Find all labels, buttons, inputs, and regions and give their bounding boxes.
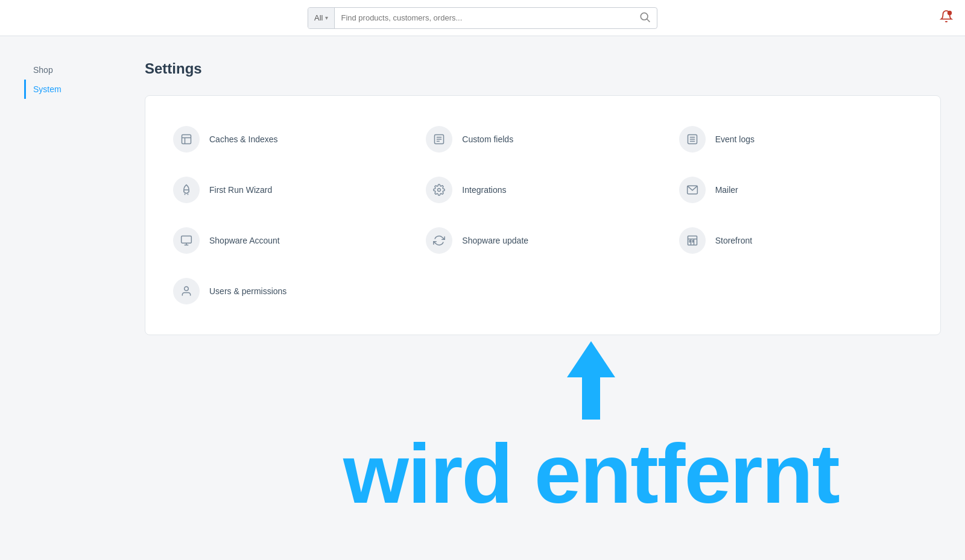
settings-label: Users & permissions	[209, 286, 286, 296]
settings-label: Mailer	[715, 185, 738, 195]
settings-item-shopware-account[interactable]: Shopware Account	[163, 215, 416, 266]
page-title: Settings	[145, 60, 941, 77]
settings-label: Shopware update	[462, 236, 528, 245]
bars-icon	[679, 126, 706, 153]
settings-label: Caches & Indexes	[209, 134, 278, 144]
book-icon	[173, 126, 200, 153]
content-area: Settings Caches & Indexes	[121, 60, 965, 516]
svg-line-1	[647, 19, 650, 22]
settings-item-event-logs[interactable]: Event logs	[669, 114, 922, 165]
list-icon	[426, 126, 452, 153]
annotation-text: wird entfernt	[343, 432, 839, 516]
settings-grid: Caches & Indexes Custom fields	[163, 114, 922, 316]
svg-point-16	[438, 189, 441, 192]
search-bar[interactable]: All ▾	[308, 7, 657, 29]
search-icon[interactable]	[633, 11, 657, 25]
navbar-right	[940, 10, 953, 26]
settings-item-mailer[interactable]: Mailer	[669, 165, 922, 215]
settings-item-shopware-update[interactable]: Shopware update	[416, 215, 669, 266]
settings-item-integrations[interactable]: Integrations	[416, 165, 669, 215]
svg-point-28	[185, 287, 189, 291]
settings-item-caches-indexes[interactable]: Caches & Indexes	[163, 114, 416, 165]
settings-label: First Run Wizard	[209, 185, 272, 195]
chevron-down-icon: ▾	[325, 14, 328, 21]
gear-icon	[426, 177, 452, 203]
user-icon	[173, 278, 200, 304]
refresh-icon	[426, 227, 452, 254]
settings-item-users-permissions[interactable]: Users & permissions	[163, 266, 416, 316]
svg-rect-25	[689, 241, 691, 242]
navbar: All ▾	[0, 0, 965, 36]
search-filter-label: All	[314, 13, 323, 22]
settings-label: Storefront	[715, 236, 752, 245]
sidebar: Shop System	[0, 60, 121, 516]
arrow-up-icon	[561, 335, 621, 426]
svg-point-0	[641, 13, 648, 20]
notification-bell-icon[interactable]	[940, 10, 953, 26]
monitor-icon	[173, 227, 200, 254]
svg-rect-18	[182, 236, 192, 244]
settings-label: Integrations	[462, 185, 506, 195]
envelope-icon	[679, 177, 706, 203]
sidebar-item-shop[interactable]: Shop	[24, 60, 121, 80]
svg-marker-29	[567, 341, 615, 420]
settings-label: Event logs	[715, 134, 755, 144]
settings-item-first-run-wizard[interactable]: First Run Wizard	[163, 165, 416, 215]
rocket-icon	[173, 177, 200, 203]
annotation-container: wird entfernt	[193, 335, 965, 516]
settings-card: Caches & Indexes Custom fields	[145, 95, 941, 335]
building-icon	[679, 227, 706, 254]
svg-point-2	[948, 11, 952, 15]
settings-label: Custom fields	[462, 134, 513, 144]
svg-rect-3	[182, 135, 191, 144]
settings-item-storefront[interactable]: Storefront	[669, 215, 922, 266]
sidebar-item-system[interactable]: System	[24, 80, 121, 99]
main-container: Shop System Settings Cach	[0, 36, 965, 516]
settings-item-custom-fields[interactable]: Custom fields	[416, 114, 669, 165]
search-input[interactable]	[335, 13, 633, 22]
settings-label: Shopware Account	[209, 236, 280, 245]
search-filter-button[interactable]: All ▾	[308, 8, 335, 28]
svg-rect-26	[692, 241, 694, 242]
